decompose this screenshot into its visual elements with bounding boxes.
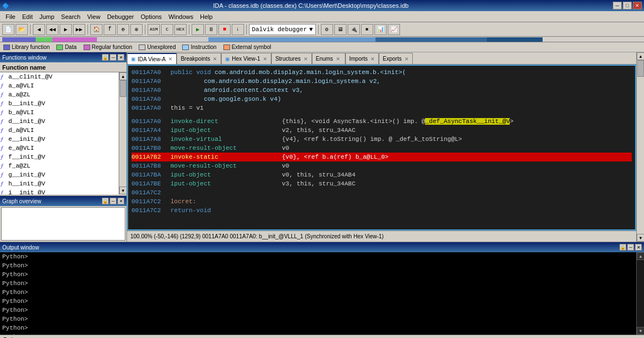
minimize-button[interactable]: ─ <box>613 2 622 9</box>
menu-view[interactable]: View <box>84 12 104 21</box>
tab-hex-view-1[interactable]: ▣ Hex View-1 ✕ <box>221 53 271 64</box>
tab-close-5[interactable]: ✕ <box>370 56 375 62</box>
list-item[interactable]: 𝑓g__init_@V <box>0 170 119 179</box>
list-item[interactable]: 𝑓b__init_@V <box>0 99 119 108</box>
output-min-btn[interactable]: ─ <box>627 244 634 251</box>
extra-button[interactable]: 📊 <box>374 24 387 35</box>
main-scrollbar[interactable]: ▲ ▼ <box>636 52 644 242</box>
code-addr-0: 0011A7A0 <box>131 69 170 76</box>
tab-enums[interactable]: Enums ✕ <box>312 53 345 64</box>
code-line-11: 0011A7BA iput-object v0, this, stru_34AB… <box>131 170 632 179</box>
forward2-button[interactable]: ▶▶ <box>73 24 85 35</box>
tab-close-3[interactable]: ✕ <box>304 56 308 62</box>
func-icon-2: 𝑓 <box>1 92 7 98</box>
func-icon-9: 𝑓 <box>1 154 7 160</box>
list-item[interactable]: 𝑓e__init_@V <box>0 135 119 144</box>
code-args-9: {v0}, <ref b.a(ref) b_a@LL_0> <box>282 154 388 160</box>
output-lock-btn[interactable]: 🔒 <box>619 244 626 251</box>
func-icon-3: 𝑓 <box>1 101 7 107</box>
maximize-button[interactable]: □ <box>623 2 632 9</box>
stop-button[interactable]: ■ <box>218 24 231 35</box>
settings-button[interactable]: ⚙ <box>321 24 333 35</box>
monitor-button[interactable]: 🖥 <box>334 24 347 35</box>
hex-button[interactable]: HEX <box>174 24 187 35</box>
debugger-dropdown[interactable]: Dalvik debugger ▼ <box>249 24 316 35</box>
list-item[interactable]: 𝑓a_a@ZL <box>0 90 119 99</box>
functions-min-btn[interactable]: ─ <box>110 54 116 61</box>
main-scroll-up[interactable]: ▲ <box>637 52 644 60</box>
scroll-up-btn[interactable]: ▲ <box>119 72 126 80</box>
menu-file[interactable]: File <box>2 12 19 21</box>
functions-scrollbar[interactable]: ▲ ▼ <box>119 72 126 194</box>
output-scrollbar[interactable]: ▲ ▼ <box>636 252 644 335</box>
extra2-button[interactable]: 📈 <box>388 24 400 35</box>
step-button[interactable]: ↓ <box>232 24 244 35</box>
disconnect-button[interactable]: ✖ <box>361 24 373 35</box>
list-item[interactable]: 𝑓a__clinit_@V <box>0 72 119 81</box>
main-scroll-thumb[interactable] <box>637 60 644 77</box>
list-item[interactable]: 𝑓a_a@VLI <box>0 81 119 90</box>
tab-exports[interactable]: Exports ✕ <box>379 53 413 64</box>
graph-close-btn[interactable]: ✕ <box>118 198 124 204</box>
tab-close-1[interactable]: ✕ <box>213 56 217 62</box>
tab-close-2[interactable]: ✕ <box>263 56 267 62</box>
code-line-5: 0011A7A0 invoke-direct {this}, <void Asy… <box>131 117 632 126</box>
list-item[interactable]: 𝑓b_a@VLI <box>0 108 119 117</box>
xref2-button[interactable]: ⊗ <box>130 24 143 35</box>
back-button[interactable]: ◀ <box>33 24 45 35</box>
graph-min-btn[interactable]: ─ <box>110 198 116 204</box>
output-scroll-up[interactable]: ▲ <box>637 252 644 260</box>
asm-button[interactable]: ASM <box>148 24 160 35</box>
menu-search[interactable]: Search <box>58 12 84 21</box>
func-icon-0: 𝑓 <box>1 74 7 80</box>
tab-structures[interactable]: Structures ✕ <box>271 53 312 64</box>
tab-close-4[interactable]: ✕ <box>336 56 340 62</box>
close-button[interactable]: ✕ <box>633 2 642 9</box>
code-line-locret: 0011A7C2 locret: <box>131 197 632 206</box>
jump-button[interactable]: 🏠 <box>90 24 103 35</box>
xref-button[interactable]: ⊕ <box>117 24 129 35</box>
list-item[interactable]: 𝑓d__init_@V <box>0 117 119 126</box>
scroll-thumb[interactable] <box>120 80 126 97</box>
functions-lock-btn[interactable]: 🔒 <box>102 54 109 61</box>
tab-close-0[interactable]: ✕ <box>168 56 173 62</box>
c-button[interactable]: C <box>161 24 173 35</box>
tab-imports[interactable]: Imports ✕ <box>345 53 379 64</box>
tab-close-6[interactable]: ✕ <box>404 56 409 62</box>
output-close-btn[interactable]: ✕ <box>635 244 642 251</box>
menu-edit[interactable]: Edit <box>19 12 36 21</box>
list-item[interactable]: 𝑓f_a@ZL <box>0 161 119 170</box>
code-line-3: 0011A7A0 com.google.gson.k v4) <box>131 95 632 104</box>
list-item[interactable]: 𝑓d_a@VLI <box>0 126 119 135</box>
new-button[interactable]: 📄 <box>2 24 14 35</box>
list-item[interactable]: 𝑓f__init_@V <box>0 153 119 161</box>
legend-external: External symbol <box>223 44 271 50</box>
menu-windows[interactable]: Windows <box>165 12 197 21</box>
back2-button[interactable]: ◀◀ <box>46 24 58 35</box>
graph-lock-btn[interactable]: 🔒 <box>102 198 109 204</box>
run-button[interactable]: ▶ <box>192 24 204 35</box>
menu-jump[interactable]: Jump <box>36 12 58 21</box>
list-item[interactable]: 𝑓e_a@VLI <box>0 144 119 153</box>
tab-breakpoints[interactable]: Breakpoints ✕ <box>177 53 221 64</box>
prog-seg-3 <box>52 37 97 42</box>
open-button[interactable]: 📂 <box>16 24 28 35</box>
list-item[interactable]: 𝑓h__init_@V <box>0 179 119 188</box>
connect-button[interactable]: 🔌 <box>348 24 360 35</box>
legend-data-label: Data <box>65 44 76 50</box>
list-item[interactable]: 𝑓i__init_@V <box>0 188 119 194</box>
code-addr-11: 0011A7BA <box>131 172 170 178</box>
pause-button[interactable]: ⏸ <box>205 24 217 35</box>
func-button[interactable]: f <box>104 24 116 35</box>
menu-help[interactable]: Help <box>197 12 216 21</box>
menu-debugger[interactable]: Debugger <box>104 12 137 21</box>
status-text: 100.00% (-50,-146) (1292,9) 0011A7A0 001… <box>130 233 384 239</box>
functions-close-btn[interactable]: ✕ <box>118 54 124 61</box>
menu-options[interactable]: Options <box>137 12 165 21</box>
op-invoke-static: invoke-static <box>170 154 282 160</box>
forward-button[interactable]: ▶ <box>60 24 72 35</box>
scroll-down-btn[interactable]: ▼ <box>119 187 126 194</box>
tab-ida-view-a[interactable]: ▣ IDA View-A ✕ <box>127 53 177 64</box>
main-scroll-down[interactable]: ▼ <box>637 234 644 242</box>
output-scroll-down[interactable]: ▼ <box>637 327 644 335</box>
